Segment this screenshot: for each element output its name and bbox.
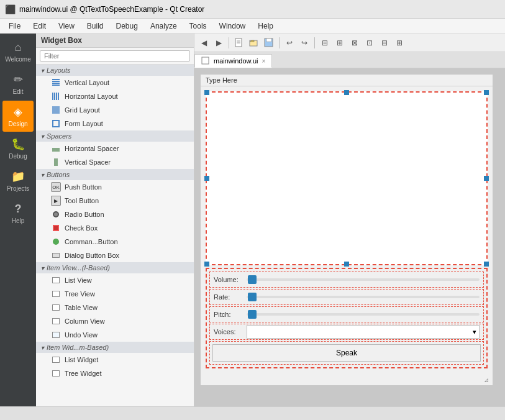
pitch-row: Pitch: — [209, 306, 484, 322]
form-window: Type Here — [201, 75, 493, 385]
tab-mainwindow[interactable]: mainwindow.ui × — [194, 54, 272, 68]
widget-push-button[interactable]: OK Push Button — [36, 180, 194, 194]
widget-list-view[interactable]: List View — [36, 273, 194, 287]
widget-horizontal-layout[interactable]: Horizontal Layout — [36, 89, 194, 103]
toolbar-grid-layout[interactable]: ⊠ — [348, 36, 362, 50]
canvas-area: ◀ ▶ ↩ ↪ ⊟ ⊞ ⊠ ⊡ ⊟ ⊞ — [194, 34, 505, 406]
sidebar-label-design: Design — [8, 121, 27, 127]
voices-label: Voices: — [214, 328, 242, 336]
category-item-views[interactable]: Item View...(I-Based) — [36, 262, 194, 273]
svg-rect-5 — [266, 39, 271, 42]
menu-file[interactable]: File — [2, 21, 27, 32]
widget-list-widget[interactable]: List Widget — [36, 353, 194, 367]
widget-vertical-spacer[interactable]: Vertical Spacer — [36, 155, 194, 169]
toolbar-break-layout[interactable]: ⊟ — [378, 36, 391, 50]
toolbar-form-layout[interactable]: ⊡ — [363, 36, 376, 50]
category-item-widgets[interactable]: Item Wid...m-Based) — [36, 342, 194, 353]
rate-label: Rate: — [214, 293, 242, 301]
toolbar-forward[interactable]: ▶ — [212, 36, 225, 50]
sidebar-btn-design[interactable]: ◈ Design — [2, 101, 34, 132]
widget-tool-button[interactable]: ▶ Tool Button — [36, 194, 194, 208]
toolbar-sep-1 — [229, 37, 229, 48]
category-buttons[interactable]: Buttons — [36, 169, 194, 180]
rate-thumb — [248, 293, 257, 301]
form-menu-bar[interactable]: Type Here — [201, 75, 493, 86]
toolbar-save-form[interactable] — [262, 36, 276, 50]
menu-tools[interactable]: Tools — [183, 21, 213, 32]
dialog-button-box-icon — [51, 250, 61, 260]
sidebar-btn-welcome[interactable]: ⌂ Welcome — [2, 36, 34, 67]
sel-handle-tm — [344, 90, 349, 95]
tab-close-btn[interactable]: × — [262, 58, 266, 65]
category-spacers[interactable]: Spacers — [36, 130, 194, 142]
design-canvas[interactable]: Type Here — [194, 68, 505, 406]
menu-build[interactable]: Build — [81, 21, 110, 32]
widget-grid-layout[interactable]: Grid Layout — [36, 103, 194, 117]
filter-input[interactable] — [40, 50, 190, 62]
widget-undo-view[interactable]: Undo View — [36, 328, 194, 342]
toolbar-new-form[interactable] — [232, 36, 246, 50]
sidebar-btn-projects[interactable]: 📁 Projects — [2, 165, 34, 196]
table-view-icon — [51, 303, 61, 313]
widget-tree-widget[interactable]: Tree Widget — [36, 367, 194, 380]
tree-view-icon — [51, 289, 61, 299]
widget-table-view[interactable]: Table View — [36, 301, 194, 314]
widget-radio-button[interactable]: Radio Button — [36, 208, 194, 221]
menu-debug[interactable]: Debug — [110, 21, 144, 32]
sidebar-btn-debug[interactable]: 🐛 Debug — [2, 133, 34, 164]
widget-box: Widget Box Layouts Vertical Layout Horiz… — [36, 34, 194, 406]
sel-handle-bl — [204, 262, 209, 267]
rate-slider[interactable] — [247, 296, 480, 298]
volume-row: Volume: — [209, 272, 484, 288]
sidebar-label-welcome: Welcome — [5, 56, 31, 63]
toolbar-redo[interactable]: ↪ — [298, 36, 311, 50]
app-icon: ⬛ — [5, 4, 16, 14]
widget-dialog-button-box[interactable]: Dialog Button Box — [36, 249, 194, 262]
widget-horizontal-spacer[interactable]: Horizontal Spacer — [36, 142, 194, 155]
sidebar-label-edit: Edit — [12, 88, 23, 95]
horizontal-spacer-icon — [51, 144, 61, 153]
sel-handle-mr — [484, 176, 489, 181]
grid-layout-icon — [51, 105, 61, 115]
column-view-icon — [51, 316, 61, 326]
resize-handle[interactable]: ⊿ — [484, 377, 490, 383]
form-content: Volume: Rate: — [201, 86, 493, 373]
toolbar-horizontal-layout[interactable]: ⊟ — [318, 36, 332, 50]
menu-view[interactable]: View — [52, 21, 81, 32]
volume-thumb — [248, 275, 257, 284]
widget-column-view[interactable]: Column View — [36, 314, 194, 328]
toolbar-vertical-layout[interactable]: ⊞ — [333, 36, 347, 50]
toolbar-open-form[interactable] — [247, 36, 261, 50]
debug-icon: 🐛 — [11, 137, 25, 151]
sel-handle-tl — [204, 90, 209, 95]
toolbar-undo[interactable]: ↩ — [283, 36, 296, 50]
form-textarea-widget[interactable] — [206, 91, 488, 265]
sidebar-label-debug: Debug — [9, 153, 27, 160]
widget-form-layout[interactable]: Form Layout — [36, 117, 194, 130]
widget-tree-view[interactable]: Tree View — [36, 287, 194, 301]
pitch-slider[interactable] — [247, 313, 480, 316]
check-box-icon — [51, 223, 61, 233]
main-container: ⌂ Welcome ✏ Edit ◈ Design 🐛 Debug 📁 Proj… — [0, 34, 505, 406]
widget-vertical-layout[interactable]: Vertical Layout — [36, 76, 194, 89]
sidebar-label-help: Help — [12, 217, 25, 224]
menu-window[interactable]: Window — [213, 21, 252, 32]
menu-help[interactable]: Help — [252, 21, 280, 32]
menu-edit[interactable]: Edit — [27, 21, 52, 32]
volume-slider[interactable] — [247, 278, 480, 281]
category-layouts[interactable]: Layouts — [36, 65, 194, 76]
widget-command-button[interactable]: Comman...Button — [36, 235, 194, 249]
sidebar-label-projects: Projects — [7, 185, 29, 192]
speak-button[interactable]: Speak — [212, 344, 481, 362]
form-layout-icon — [51, 119, 61, 129]
sidebar-btn-help[interactable]: ? Help — [2, 198, 34, 229]
toolbar-sep-3 — [314, 37, 315, 48]
toolbar-back[interactable]: ◀ — [197, 36, 211, 50]
widget-check-box[interactable]: Check Box — [36, 221, 194, 235]
sidebar-btn-edit[interactable]: ✏ Edit — [2, 68, 34, 99]
widget-list: Layouts Vertical Layout Horizontal Layou… — [36, 65, 194, 406]
menu-analyze[interactable]: Analyze — [144, 21, 183, 32]
toolbar-adjust-size[interactable]: ⊞ — [393, 36, 406, 50]
voices-combobox[interactable]: ▾ — [247, 325, 480, 339]
tool-button-icon: ▶ — [51, 196, 61, 206]
